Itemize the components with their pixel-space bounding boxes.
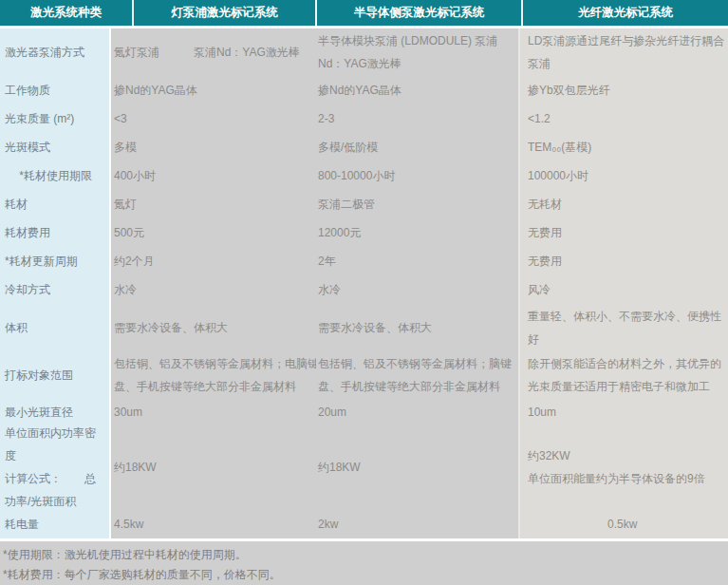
table-row-min-spot-diameter: 最小光斑直径 30um 20um 10um — [0, 399, 728, 425]
cell-lamp: 400小时 — [111, 161, 316, 190]
header-label: 激光系统种类 — [30, 5, 102, 21]
header-cell-system-type: 激光系统种类 — [0, 0, 134, 26]
cell-fiber: 无费用 — [518, 218, 728, 247]
cell-fiber: 0.5kw — [518, 509, 728, 538]
cell-fiber: 风冷 — [518, 275, 728, 304]
table-row-power-consumption: 耗电量 4.5kw 2kw 0.5kw — [0, 509, 728, 538]
header-label: 半导体侧泵激光标记系统 — [354, 5, 485, 21]
row-label: 工作物质 — [0, 76, 111, 104]
cell-lamp: 水冷 — [111, 275, 316, 304]
cell-semiconductor: 包括铜、铝及不锈钢等金属材料；脑键 盘、手机按键等绝大部分非金属材料 — [316, 351, 518, 399]
cell-semiconductor: 2kw — [316, 509, 518, 538]
header-label: 灯泵浦激光标记系统 — [171, 5, 278, 21]
table-row-cooling-method: 冷却方式 水冷 水冷 风冷 — [0, 275, 728, 304]
footnote-consumable-cost: *耗材费用：每个厂家选购耗材的质量不同，价格不同。 — [3, 565, 728, 585]
row-label: *耗材更新周期 — [0, 247, 111, 275]
cell-lamp: 约18KW — [111, 425, 316, 509]
table-row-pump-method: 激光器泵浦方式 氪灯泵浦 泵浦Nd：YAG激光棒 半导体模块泵浦 (LDMODU… — [0, 28, 728, 76]
comparison-table: 激光系统种类 灯泵浦激光标记系统 半导体侧泵激光标记系统 光纤激光标记系统 激光… — [0, 0, 728, 585]
table-row-beam-quality: 光束质量 (m²) <3 2-3 <1.2 — [0, 104, 728, 133]
row-label: 体积 — [0, 304, 111, 351]
cell-semiconductor: 半导体模块泵浦 (LDMODULE) 泵浦 Nd：YAG激光棒 — [316, 28, 518, 76]
table-row-spot-mode: 光斑模式 多模 多模/低阶模 TEM₀₀(基模) — [0, 133, 728, 161]
cell-fiber: 无耗材 — [518, 190, 728, 218]
row-label: 冷却方式 — [0, 275, 111, 304]
row-label: 耗材 — [0, 190, 111, 218]
cell-semiconductor: 2年 — [316, 247, 518, 275]
cell-lamp: 氪灯 — [111, 190, 316, 218]
cell-lamp: 需要水冷设备、体积大 — [111, 304, 316, 351]
cell-semiconductor: 水冷 — [316, 275, 518, 304]
cell-semiconductor: 需要水冷设备、体积大 — [316, 304, 518, 351]
table-header-row: 激光系统种类 灯泵浦激光标记系统 半导体侧泵激光标记系统 光纤激光标记系统 — [0, 0, 728, 26]
row-label: 单位面积内功率密 度 计算公式： 总 功率/光斑面积 — [0, 425, 111, 509]
row-label: *耗材使用期限 — [0, 161, 111, 190]
table-row-marking-targets: 打标对象范围 包括铜、铝及不锈钢等金属材料；电脑键 盘、手机按键等绝大部分非金属… — [0, 351, 728, 399]
cell-semiconductor: 泵浦二极管 — [316, 190, 518, 218]
cell-fiber: 100000小时 — [518, 161, 728, 190]
cell-fiber: 10um — [518, 399, 728, 425]
cell-lamp: 约2个月 — [111, 247, 316, 275]
cell-semiconductor: 20um — [316, 399, 518, 425]
row-label: 打标对象范围 — [0, 351, 111, 399]
header-cell-lamp-pumped: 灯泵浦激光标记系统 — [134, 0, 317, 26]
header-cell-fiber-laser: 光纤激光标记系统 — [523, 0, 728, 26]
footnotes: *使用期限：激光机使用过程中耗材的使用周期。 *耗材费用：每个厂家选购耗材的质量… — [0, 541, 728, 585]
cell-fiber: LD泵浦源通过尾纤与掺杂光纤进行耦合 泵浦 — [518, 28, 728, 76]
cell-lamp: 氪灯泵浦 泵浦Nd：YAG激光棒 — [111, 28, 316, 76]
cell-semiconductor: 掺Nd的YAG晶体 — [316, 76, 518, 104]
cell-lamp: <3 — [111, 104, 316, 133]
footnote-usage-period: *使用期限：激光机使用过程中耗材的使用周期。 — [3, 545, 728, 565]
table-row-volume: 体积 需要水冷设备、体积大 需要水冷设备、体积大 重量轻、体积小、不需要水冷、便… — [0, 304, 728, 351]
cell-fiber: 约32KW 单位面积能量约为半导体设备的9倍 — [518, 425, 728, 509]
row-label: 光斑模式 — [0, 133, 111, 161]
cell-lamp: 500元 — [111, 218, 316, 247]
cell-lamp: 4.5kw — [111, 509, 316, 538]
header-cell-semiconductor-side-pump: 半导体侧泵激光标记系统 — [317, 0, 523, 26]
cell-fiber: <1.2 — [518, 104, 728, 133]
table-row-working-substance: 工作物质 掺Nd的YAG晶体 掺Nd的YAG晶体 掺Yb双包层光纤 — [0, 76, 728, 104]
cell-fiber: 掺Yb双包层光纤 — [518, 76, 728, 104]
cell-semiconductor: 多模/低阶模 — [316, 133, 518, 161]
row-label: 光束质量 (m²) — [0, 104, 111, 133]
table-row-consumables: 耗材 氪灯 泵浦二极管 无耗材 — [0, 190, 728, 218]
cell-fiber: 无费用 — [518, 247, 728, 275]
cell-semiconductor: 约18KW — [316, 425, 518, 509]
table-row-consumable-lifetime: *耗材使用期限 400小时 800-10000小时 100000小时 — [0, 161, 728, 190]
row-label: 耗电量 — [0, 509, 111, 538]
cell-fiber: 重量轻、体积小、不需要水冷、便携性 好 — [518, 304, 728, 351]
cell-fiber: 除开侧泵能适合的材料之外，其优异的 光束质量还适用于精密电子和微加工 — [518, 351, 728, 399]
cell-semiconductor: 800-10000小时 — [316, 161, 518, 190]
row-label: 激光器泵浦方式 — [0, 28, 111, 76]
table-row-replacement-cycle: *耗材更新周期 约2个月 2年 无费用 — [0, 247, 728, 275]
header-label: 光纤激光标记系统 — [578, 5, 673, 21]
cell-fiber: TEM₀₀(基模) — [518, 133, 728, 161]
cell-lamp: 掺Nd的YAG晶体 — [111, 76, 316, 104]
cell-lamp: 30um — [111, 399, 316, 425]
cell-semiconductor: 2-3 — [316, 104, 518, 133]
row-label: 耗材费用 — [0, 218, 111, 247]
cell-lamp: 多模 — [111, 133, 316, 161]
cell-semiconductor: 12000元 — [316, 218, 518, 247]
table-row-consumable-cost: 耗材费用 500元 12000元 无费用 — [0, 218, 728, 247]
cell-lamp: 包括铜、铝及不锈钢等金属材料；电脑键 盘、手机按键等绝大部分非金属材料 — [111, 351, 316, 399]
table-row-power-density: 单位面积内功率密 度 计算公式： 总 功率/光斑面积 约18KW 约18KW 约… — [0, 425, 728, 509]
